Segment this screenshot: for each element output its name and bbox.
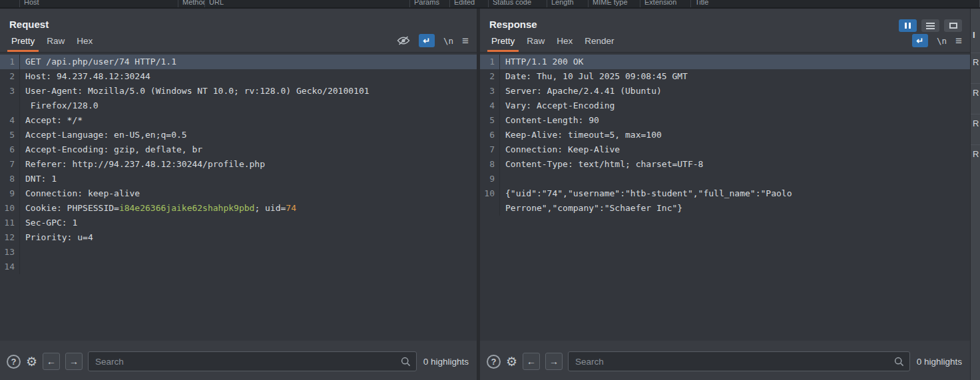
pause-button[interactable] [899,19,917,32]
line-number: 5 [0,128,20,142]
line-content: Priority: u=4 [20,230,477,245]
request-code-line[interactable]: 3User-Agent: Mozilla/5.0 (Windows NT 10.… [0,84,477,98]
eye-slash-icon [397,36,410,45]
layout-controls [899,19,962,32]
next-match-button[interactable]: → [545,353,563,370]
inspector-section-label[interactable]: R [971,83,980,114]
show-newlines-button[interactable]: \n [443,36,453,46]
request-code-line[interactable]: 10Cookie: PHPSESSID=i84e26366jaike62shah… [0,201,477,216]
line-content: User-Agent: Mozilla/5.0 (Windows NT 10.0… [20,84,477,98]
response-code-line[interactable]: 5Content-Length: 90 [480,113,970,128]
request-code-line[interactable]: Firefox/128.0 [0,98,477,113]
request-code-line[interactable]: 1GET /api.php/user/74 HTTP/1.1 [0,55,477,69]
editor-menu-button[interactable]: ≡ [462,35,469,47]
request-code-line[interactable]: 12Priority: u=4 [0,230,477,245]
history-column-host[interactable]: Host [20,0,178,7]
line-number: 10 [0,201,20,216]
history-column-extension[interactable]: Extension [640,0,691,7]
inspector-section-label[interactable]: I [971,26,980,53]
search-settings-button[interactable]: ⚙ [26,355,37,368]
request-code-line[interactable]: 9Connection: keep-alive [0,186,477,201]
response-search-input[interactable] [568,351,910,371]
history-column-title[interactable]: Title [691,0,980,7]
stack-layout-icon [926,23,935,29]
line-content: Connection: keep-alive [20,186,477,201]
response-code-line[interactable]: 7Connection: Keep-Alive [480,142,970,157]
previous-match-button[interactable]: ← [523,353,540,370]
response-code-line[interactable]: 10{"uid":"74","username":"htb-student","… [480,186,970,201]
response-code-line[interactable]: 1HTTP/1.1 200 OK [480,55,970,69]
inspector-section-label[interactable]: R [971,53,980,83]
line-number: 9 [0,186,20,201]
inspector-section-label[interactable]: R [971,114,980,144]
http-message-editor-view: HostMethodURLParamsEditedStatus codeLeng… [0,0,980,380]
request-code-line[interactable]: 8DNT: 1 [0,172,477,186]
previous-match-button[interactable]: ← [43,353,60,370]
request-tab-raw[interactable]: Raw [41,30,71,52]
help-button[interactable]: ? [487,355,501,369]
response-tab-list: PrettyRawHexRender [485,30,620,52]
search-settings-button[interactable]: ⚙ [506,355,517,368]
history-column-method[interactable]: Method [178,0,205,7]
request-search-field-wrap [88,351,417,371]
request-code-line[interactable]: 7Referer: http://94.237.48.12:30244/prof… [0,157,477,172]
line-content: Accept-Language: en-US,en;q=0.5 [20,128,477,142]
response-code-line[interactable]: 2Date: Thu, 10 Jul 2025 09:08:45 GMT [480,69,970,84]
history-column-length[interactable]: Length [547,0,589,7]
response-code-line[interactable]: 9 [480,172,970,186]
line-number: 1 [480,55,500,69]
line-number: 2 [0,69,20,84]
response-editor-toolbar: ↵ \n ≡ [912,34,962,52]
stack-layout-button[interactable] [921,19,939,32]
response-code-line[interactable]: Perrone","company":"Schaefer Inc"} [480,201,970,216]
request-code-line[interactable]: 13 [0,245,477,260]
response-code-line[interactable]: 3Server: Apache/2.4.41 (Ubuntu) [480,84,970,98]
response-code-line[interactable]: 6Keep-Alive: timeout=5, max=100 [480,128,970,142]
show-newlines-button[interactable]: \n [937,36,947,46]
line-number: 1 [0,55,20,69]
request-code-line[interactable]: 11Sec-GPC: 1 [0,216,477,230]
request-tab-hex[interactable]: Hex [71,30,99,52]
request-code-line[interactable]: 5Accept-Language: en-US,en;q=0.5 [0,128,477,142]
inspector-collapsed-strip[interactable]: IRRRR [970,9,980,380]
request-highlights-count: 0 highlights [423,357,469,367]
line-content: Firefox/128.0 [20,98,477,113]
line-content: Cookie: PHPSESSID=i84e26366jaike62shahpk… [20,201,477,216]
single-window-button[interactable] [944,19,962,32]
request-editor[interactable]: 1GET /api.php/user/74 HTTP/1.12Host: 94.… [0,52,477,341]
response-tab-hex[interactable]: Hex [551,30,579,52]
history-column-edited[interactable]: Edited [450,0,489,7]
request-code-line[interactable]: 4Accept: */* [0,113,477,128]
line-content: {"uid":"74","username":"htb-student","fu… [500,186,970,201]
next-match-button[interactable]: → [65,353,83,370]
request-code-line[interactable]: 2Host: 94.237.48.12:30244 [0,69,477,84]
response-editor[interactable]: 1HTTP/1.1 200 OK2Date: Thu, 10 Jul 2025 … [480,52,970,341]
request-code-line[interactable]: 14 [0,260,477,274]
response-tab-render[interactable]: Render [579,30,620,52]
hide-nonprintable-button[interactable] [397,36,410,45]
word-wrap-toggle-button[interactable]: ↵ [912,34,928,47]
inspector-section-label[interactable]: R [971,144,980,175]
history-column-mime-type[interactable]: MIME type [589,0,640,7]
response-tab-pretty[interactable]: Pretty [485,30,521,52]
help-button[interactable]: ? [7,355,21,369]
line-content: Server: Apache/2.4.41 (Ubuntu) [500,84,970,98]
response-code-line[interactable]: 4Vary: Accept-Encoding [480,98,970,113]
history-column-params[interactable]: Params [410,0,450,7]
response-tab-raw[interactable]: Raw [521,30,551,52]
history-column-status-code[interactable]: Status code [489,0,547,7]
response-code-line[interactable]: 8Content-Type: text/html; charset=UTF-8 [480,157,970,172]
request-search-input[interactable] [88,351,417,371]
request-code-line[interactable]: 6Accept-Encoding: gzip, deflate, br [0,142,477,157]
history-column-blank[interactable] [0,0,20,7]
request-search-bar: ? ⚙ ← → 0 highlights [7,351,469,371]
editor-menu-button[interactable]: ≡ [955,35,962,47]
history-column-url[interactable]: URL [205,0,410,7]
line-number: 13 [0,245,20,260]
line-number: 11 [0,216,20,230]
request-tab-list: PrettyRawHex [5,30,99,52]
word-wrap-toggle-button[interactable]: ↵ [419,34,435,47]
line-number: 10 [480,186,500,201]
response-search-field-wrap [568,351,910,371]
request-tab-pretty[interactable]: Pretty [5,30,41,52]
